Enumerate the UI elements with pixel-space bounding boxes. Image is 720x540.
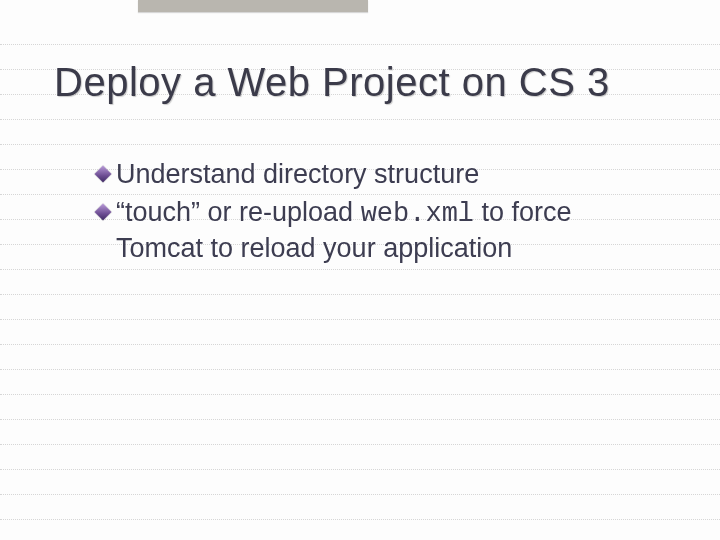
slide: Deploy a Web Project on CS 3 Understand … <box>0 0 720 540</box>
slide-title: Deploy a Web Project on CS 3 <box>54 60 680 105</box>
list-item-text: “touch” or re-upload web.xml to force To… <box>116 196 660 266</box>
diamond-bullet-icon <box>96 167 110 181</box>
list-item-text-pre: Understand directory structure <box>116 159 479 189</box>
list-item: Understand directory structure <box>96 158 660 194</box>
list-item-text-pre: “touch” or re-upload <box>116 197 361 227</box>
slide-body: Understand directory structure “touch” o… <box>96 158 660 267</box>
diamond-bullet-icon <box>96 205 110 219</box>
list-item: “touch” or re-upload web.xml to force To… <box>96 196 660 266</box>
decorative-top-bar <box>138 0 368 12</box>
list-item-text: Understand directory structure <box>116 158 660 194</box>
list-item-code: web.xml <box>361 199 474 229</box>
